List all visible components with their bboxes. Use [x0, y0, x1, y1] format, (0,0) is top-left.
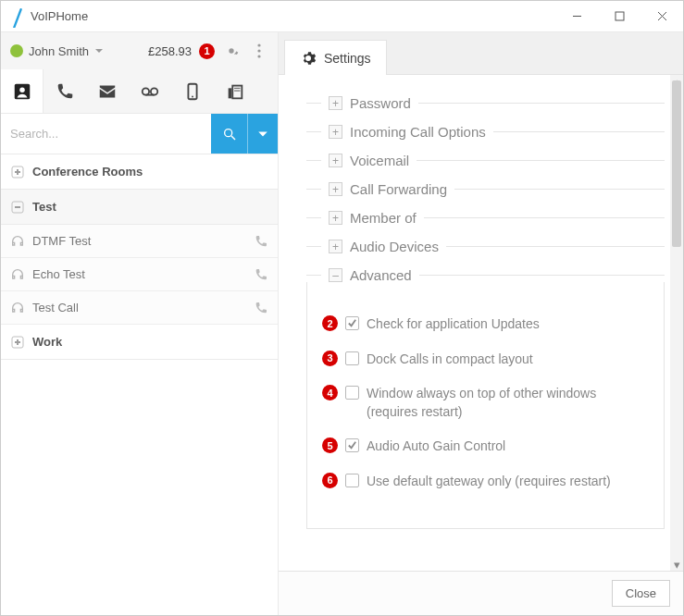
- scrollbar-thumb[interactable]: [672, 80, 681, 247]
- section-member-of[interactable]: +Member of: [306, 210, 665, 226]
- checkbox-auto-gain[interactable]: [345, 438, 359, 452]
- search-dropdown-button[interactable]: [248, 114, 278, 154]
- user-header: John Smith £258.93 1: [1, 32, 278, 69]
- section-advanced-header[interactable]: –Advanced: [306, 267, 665, 283]
- tab-messages[interactable]: [86, 69, 129, 113]
- svg-point-13: [192, 95, 193, 97]
- tab-voicemail[interactable]: [129, 69, 171, 113]
- phone-icon[interactable]: [254, 267, 268, 282]
- settings-gear-icon[interactable]: [220, 40, 243, 62]
- window-maximize-button[interactable]: [598, 1, 640, 31]
- section-label: Call Forwarding: [350, 181, 447, 197]
- option-check-updates: 2 Check for application Updates: [322, 315, 649, 334]
- balance-amount: £258.93: [148, 44, 192, 58]
- checkbox-default-gateway[interactable]: [345, 474, 359, 487]
- close-button[interactable]: Close: [612, 580, 670, 607]
- group-label: Work: [32, 335, 62, 349]
- headset-icon: [10, 301, 25, 315]
- settings-body: +Password +Incoming Call Options +Voicem…: [279, 75, 683, 571]
- option-label: Window always on top of other windows (r…: [367, 385, 649, 421]
- section-voicemail[interactable]: +Voicemail: [306, 153, 665, 168]
- titlebar: VoIPHome: [1, 1, 683, 32]
- option-always-on-top: 4 Window always on top of other windows …: [322, 385, 649, 421]
- svg-point-9: [143, 88, 149, 94]
- contact-echo-test[interactable]: Echo Test: [1, 258, 278, 291]
- search-button[interactable]: [211, 114, 248, 154]
- settings-tab-label: Settings: [324, 51, 371, 66]
- group-test[interactable]: Test: [1, 190, 278, 225]
- vertical-scrollbar[interactable]: ▴ ▾: [670, 75, 683, 571]
- more-menu-icon[interactable]: [248, 40, 270, 62]
- window-minimize-button[interactable]: [555, 1, 598, 31]
- plus-icon: +: [329, 125, 342, 139]
- tab-contacts[interactable]: [1, 69, 44, 113]
- tab-settings[interactable]: Settings: [284, 40, 387, 75]
- svg-rect-15: [232, 85, 242, 98]
- phone-icon[interactable]: [254, 301, 268, 315]
- settings-tabbar: Settings: [279, 32, 683, 75]
- headset-icon: [10, 267, 25, 282]
- app-window: VoIPHome John Smith £258.93 1: [0, 0, 684, 616]
- headset-icon: [10, 234, 25, 249]
- sidebar: John Smith £258.93 1: [1, 32, 279, 615]
- expand-icon: [10, 335, 25, 350]
- section-audio-devices[interactable]: +Audio Devices: [306, 239, 665, 254]
- presence-indicator-icon[interactable]: [10, 44, 23, 57]
- svg-line-19: [231, 136, 235, 140]
- scroll-down-arrow-icon[interactable]: ▾: [670, 558, 683, 571]
- annotation-badge-2: 2: [322, 315, 338, 331]
- group-work[interactable]: Work: [1, 325, 278, 360]
- checkbox-check-updates[interactable]: [345, 316, 359, 330]
- section-password[interactable]: +Password: [306, 95, 665, 111]
- option-label: Check for application Updates: [367, 315, 649, 334]
- svg-point-8: [19, 87, 25, 92]
- group-conference-rooms[interactable]: Conference Rooms: [1, 154, 278, 190]
- section-label: Audio Devices: [350, 239, 439, 254]
- section-label: Member of: [350, 210, 417, 226]
- app-icon: [12, 8, 23, 25]
- svg-point-18: [224, 129, 231, 136]
- section-label: Advanced: [350, 267, 412, 283]
- window-close-button[interactable]: [640, 1, 683, 31]
- section-call-forwarding[interactable]: +Call Forwarding: [306, 181, 665, 197]
- app-title: VoIPHome: [31, 9, 88, 23]
- collapse-icon: [10, 200, 25, 215]
- section-incoming-call-options[interactable]: +Incoming Call Options: [306, 124, 665, 140]
- search-row: [1, 114, 278, 154]
- contact-test-call[interactable]: Test Call: [1, 291, 278, 325]
- annotation-badge-1: 1: [199, 43, 215, 59]
- search-input[interactable]: [1, 114, 211, 154]
- plus-icon: +: [329, 211, 342, 225]
- annotation-badge-3: 3: [322, 351, 338, 366]
- phone-icon[interactable]: [254, 234, 268, 249]
- tab-calls[interactable]: [44, 69, 86, 113]
- contact-label: Test Call: [32, 301, 79, 314]
- svg-point-5: [257, 49, 260, 52]
- contact-label: Echo Test: [32, 267, 85, 281]
- svg-point-10: [151, 88, 157, 94]
- plus-icon: +: [329, 240, 342, 253]
- plus-icon: +: [329, 154, 342, 167]
- section-label: Password: [350, 95, 411, 111]
- tab-mobile[interactable]: [171, 69, 214, 113]
- expand-icon: [10, 165, 25, 179]
- svg-rect-1: [616, 12, 624, 20]
- user-name[interactable]: John Smith: [29, 44, 89, 58]
- group-label: Test: [32, 200, 56, 214]
- group-label: Conference Rooms: [32, 165, 143, 179]
- option-label: Audio Auto Gain Control: [367, 437, 649, 456]
- tab-fax[interactable]: [214, 69, 256, 113]
- svg-point-6: [257, 55, 260, 57]
- checkbox-always-on-top[interactable]: [345, 386, 359, 400]
- checkbox-dock-calls[interactable]: [345, 351, 359, 365]
- option-label: Use default gateway only (requires resta…: [367, 473, 649, 491]
- contact-dtmf-test[interactable]: DTMF Test: [1, 225, 278, 258]
- chevron-down-icon[interactable]: [94, 44, 104, 58]
- plus-icon: +: [329, 182, 342, 196]
- section-advanced: –Advanced 2 Check for application Update…: [306, 267, 665, 529]
- option-auto-gain: 5 Audio Auto Gain Control: [322, 437, 649, 456]
- plus-icon: +: [329, 96, 342, 110]
- svg-point-4: [257, 43, 260, 46]
- annotation-badge-5: 5: [322, 437, 338, 453]
- contact-label: DTMF Test: [32, 234, 91, 248]
